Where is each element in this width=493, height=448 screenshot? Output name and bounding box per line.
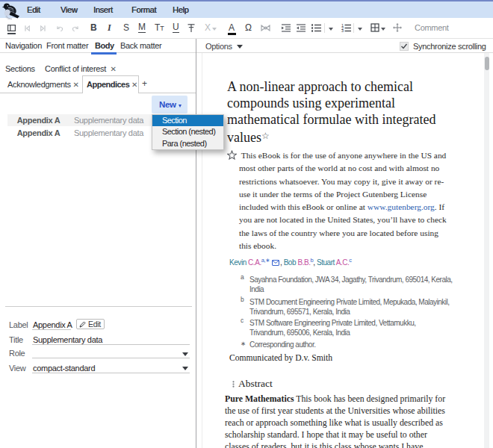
svg-text:3: 3 [341,28,344,32]
